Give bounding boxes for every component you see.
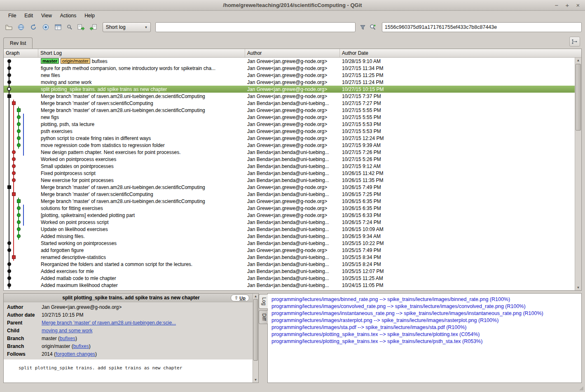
tab-rev-list[interactable]: Rev list	[3, 37, 33, 49]
file-entry[interactable]: programming/lectures/images/rasterplot.p…	[271, 317, 578, 324]
commit-row[interactable]: masterorigin/masterbufixesJan Grewe<jan.…	[4, 58, 575, 65]
scroll-down-arrow-icon[interactable]: ▼	[575, 285, 581, 290]
resize-grip[interactable]	[579, 386, 583, 390]
format-patch-button[interactable]	[88, 22, 99, 33]
commit-row[interactable]: Started working on pointprocessesJan Ben…	[4, 240, 575, 247]
commit-row[interactable]: move regression code from statistics to …	[4, 142, 575, 149]
author-cell: Jan Benda<jan.benda@uni-tuebing...	[245, 149, 340, 155]
commit-row[interactable]: psth exercisesJan Grewe<jan.grewe@g-node…	[4, 128, 575, 135]
layout-toggle-button[interactable]	[569, 37, 580, 47]
detail-link[interactable]: Merge branch 'master' of raven.am28.uni-…	[42, 320, 176, 326]
column-header-author[interactable]: Author	[245, 49, 340, 57]
menu-help[interactable]: Help	[80, 12, 99, 20]
graph-cell	[4, 233, 38, 240]
graph-lane	[13, 205, 14, 212]
detail-scrollbar-thumb[interactable]	[253, 299, 258, 361]
detail-scrollbar[interactable]: ▲ ▼	[253, 294, 258, 383]
file-entry[interactable]: programming/lectures/images/binned_rate.…	[271, 296, 578, 303]
commit-row[interactable]: moving and some workJan Grewe<jan.grewe@…	[4, 79, 575, 86]
commit-row[interactable]: split plotting_spike trains. add spike t…	[4, 86, 575, 93]
commit-row[interactable]: renamed descriptive-statisticsJan Benda<…	[4, 254, 575, 261]
commit-row[interactable]: Added missing files.Jan Benda<jan.benda@…	[4, 233, 575, 240]
commit-row[interactable]: Merge branch 'master' of raven.am28.uni-…	[4, 107, 575, 114]
mini-find-button[interactable]	[65, 22, 74, 33]
detail-link[interactable]: moving and some work	[42, 328, 92, 334]
file-entry[interactable]: programming/lectures/images/instantaneou…	[271, 310, 578, 317]
scrollbar-thumb[interactable]	[576, 64, 581, 131]
reload-button[interactable]	[28, 22, 39, 33]
column-header-graph[interactable]: Graph	[4, 49, 38, 57]
commit-row[interactable]: Update on likelihood exercisesJan Benda<…	[4, 226, 575, 233]
menu-edit[interactable]: Edit	[20, 12, 37, 20]
maximize-button[interactable]: +	[564, 2, 570, 8]
side-tab-diff[interactable]: Diff	[259, 310, 268, 324]
window-controls: − + ×	[554, 0, 581, 11]
commit-row[interactable]: New exercise for point processesJan Bend…	[4, 177, 575, 184]
commit-row[interactable]: [plotting, spiketrains] extended plottin…	[4, 212, 575, 219]
file-entry[interactable]: programming/lectures/images/sta.pdf --> …	[271, 324, 578, 331]
highlight-button[interactable]	[368, 22, 377, 33]
author-cell: Jan Grewe<jan.grewe@g-node.org>	[245, 86, 340, 92]
apply-patch-button[interactable]	[75, 22, 87, 33]
date-cell: 10/25/15 7:49 PM	[340, 247, 575, 253]
menu-actions[interactable]: Actions	[56, 12, 80, 20]
commit-dot	[12, 101, 16, 105]
commit-row[interactable]: Merge branch 'master' of raven:scientifi…	[4, 100, 575, 107]
file-entry[interactable]: programming/lectures/plotting_spike_trai…	[271, 338, 578, 345]
detail-link[interactable]: bufixes	[73, 343, 89, 349]
commit-row[interactable]: python script to create firing rates in …	[4, 135, 575, 142]
commit-row[interactable]: Small updates on pointprocessesJan Benda…	[4, 163, 575, 170]
author-cell: Jan Benda<jan.benda@uni-tuebing...	[245, 240, 340, 246]
menu-file[interactable]: File	[4, 12, 20, 20]
shortlog-text: [plotting, spiketrains] extended plottin…	[41, 212, 135, 218]
commit-row[interactable]: solutions for fitting exercisesJan Grewe…	[4, 205, 575, 212]
scroll-up-arrow-icon[interactable]: ▲	[575, 58, 581, 63]
graph-cell	[4, 254, 38, 261]
commit-row[interactable]: Merge branch 'master' of raven.am28.uni-…	[4, 184, 575, 191]
detail-scroll-down-icon[interactable]: ▼	[253, 377, 258, 383]
commit-row[interactable]: Merge branch 'master' of raven.am28.uni-…	[4, 198, 575, 205]
detail-link[interactable]: forgotten changes	[56, 351, 95, 357]
commit-row[interactable]: Added exercises for mleJan Benda<jan.ben…	[4, 268, 575, 275]
browse-web-button[interactable]	[16, 22, 27, 33]
commit-row[interactable]: new filesJan Grewe<jan.grewe@g-node.org>…	[4, 72, 575, 79]
commit-row[interactable]: Added maximum likelihood chapterJan Bend…	[4, 282, 575, 289]
column-header-author-date[interactable]: Author Date	[340, 49, 581, 57]
commit-row[interactable]: Added matlab code to mle chapterJan Bend…	[4, 275, 575, 282]
shortlog-text: Merge branch 'master' of raven:scientifi…	[41, 191, 153, 197]
home-rev-button[interactable]	[40, 22, 51, 33]
commit-row[interactable]: Reorganized the folders and started a co…	[4, 261, 575, 268]
detail-link[interactable]: bufixes	[60, 336, 75, 341]
commit-row[interactable]: new figsJan Grewe<jan.grewe@g-node.org>1…	[4, 114, 575, 121]
rev-list-scrollbar[interactable]: ▲ ▼	[575, 58, 581, 290]
log-type-select[interactable]: Short log ▼	[103, 22, 151, 32]
minimize-button[interactable]: −	[554, 2, 559, 8]
menu-view[interactable]: View	[37, 12, 56, 20]
tree-view-button[interactable]	[53, 22, 64, 33]
commit-row[interactable]: Merge branch 'master' of raven.am28.uni-…	[4, 93, 575, 100]
commit-dot	[17, 108, 21, 112]
file-entry[interactable]: programming/lectures/images/convolved_ra…	[271, 303, 578, 310]
detail-scroll-up-icon[interactable]: ▲	[253, 294, 258, 299]
file-entry[interactable]: programming/lectures/plotting_spike_trai…	[271, 331, 578, 338]
commit-row[interactable]: Worked on pointprocess exercisesJan Bend…	[4, 156, 575, 163]
sha-input[interactable]	[382, 22, 582, 32]
column-header-short-log[interactable]: Short Log	[38, 49, 245, 57]
filter-button[interactable]	[358, 22, 367, 33]
commit-row[interactable]: Fixed pointprocess scriptJan Benda<jan.b…	[4, 170, 575, 177]
up-button[interactable]: ⇧ Up	[231, 294, 249, 301]
qgit-window: /home/grewe/teaching/2014/scientificComp…	[0, 0, 585, 392]
open-repo-button[interactable]	[3, 22, 14, 33]
search-input[interactable]	[155, 22, 355, 32]
graph-cell	[4, 275, 38, 282]
commit-row[interactable]: add forgotten figureJan Grewe<jan.grewe@…	[4, 247, 575, 254]
commit-row[interactable]: figure for psth method comparsion, some …	[4, 65, 575, 72]
commit-row[interactable]: plotting, psth, sta lectureJan Grewe<jan…	[4, 121, 575, 128]
commit-row[interactable]: Merge branch 'master' of raven:scientifi…	[4, 191, 575, 198]
search-buttons	[358, 22, 377, 33]
commit-row[interactable]: New design pattern chapter. Next exercis…	[4, 149, 575, 156]
commit-message-text: split plotting_spike trains. add spike t…	[4, 359, 258, 371]
commit-row[interactable]: Worked on point process scriptJan Benda<…	[4, 219, 575, 226]
close-button[interactable]: ×	[575, 2, 581, 8]
side-tab-log[interactable]: Log	[259, 294, 268, 309]
